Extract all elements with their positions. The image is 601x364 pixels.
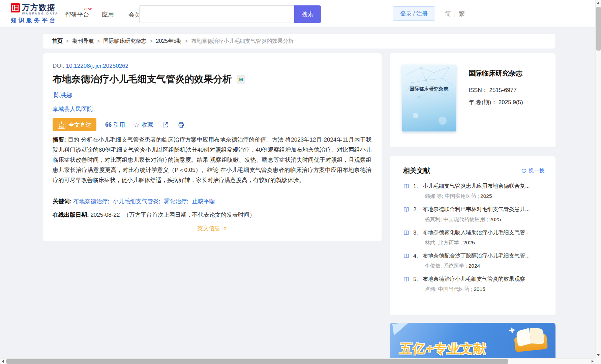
free-download-icon: free <box>58 121 65 129</box>
related-item-number: 5. <box>411 276 423 282</box>
vertical-scrollbar[interactable] <box>595 0 601 358</box>
doi-link[interactable]: 10.12208/j.ijcr.20250262 <box>66 63 128 69</box>
breadcrumb: 首页 > 期刊导航 > 国际临床研究杂志 > 2025年5期 > 布地奈德治疗小… <box>43 34 555 49</box>
keyword-separator: ; <box>159 198 160 205</box>
article-actions: free 全文直达 66 引用 ☆ 收藏 <box>53 118 185 131</box>
doi-label: DOI: <box>53 63 64 69</box>
issn-value: 2515-6977 <box>489 87 516 93</box>
brand-name-cn: 万方数据 <box>22 3 58 11</box>
keyword-link[interactable]: 小儿毛细支气管炎 <box>113 198 159 205</box>
scroll-up-arrow[interactable] <box>597 2 600 4</box>
related-item-meta: 杨其利; 中国现代药物应用 ;2025 <box>403 216 547 223</box>
breadcrumb-journal[interactable]: 国际临床研究杂志 <box>103 38 146 45</box>
book-icon <box>403 183 411 189</box>
related-item-meta: 林武; 北方药学 ;2025 <box>403 239 547 246</box>
related-item-title[interactable]: 布地奈德雾化吸入辅助治疗小儿毛细支气管... <box>423 229 530 236</box>
network-pattern <box>402 65 456 131</box>
keyword-link[interactable]: 止咳平喘 <box>192 198 215 205</box>
keyword-separator: ; <box>108 198 109 205</box>
journal-cover-title: 国际临床研究杂志 <box>402 86 456 92</box>
refresh-related-button[interactable]: 换一换 <box>521 167 545 174</box>
horizontal-scroll-thumb[interactable] <box>6 359 508 364</box>
print-button[interactable] <box>178 121 185 128</box>
quote-icon: 66 <box>105 121 112 128</box>
share-button[interactable] <box>162 121 169 128</box>
fulltext-button[interactable]: free 全文直达 <box>53 118 96 131</box>
book-icon <box>403 276 411 282</box>
related-item: 5. 布地奈德治疗小儿毛细支气管炎的效果观察 卢炜; 中国当代医药 ;2015 <box>403 275 547 293</box>
breadcrumb-issue[interactable]: 2025年5期 <box>156 38 182 45</box>
search-input[interactable] <box>139 5 294 23</box>
related-item: 3. 布地奈德雾化吸入辅助治疗小儿毛细支气管... 林武; 北方药学 ;2025 <box>403 228 547 246</box>
related-articles-card: 相关文献 换一换 1. 小儿毛细支气管炎患儿应用布地奈德联合复... 韩娜 等;… <box>390 156 555 315</box>
affiliation-link[interactable]: 阜城县人民医院 <box>53 105 93 113</box>
nav-item-zhiyan[interactable]: 智研平台 <box>65 10 89 19</box>
nav-item-apps[interactable]: 应用 <box>102 10 114 19</box>
online-date-note: （万方平台首次上网日期，不代表论文的发表时间） <box>123 212 255 218</box>
breadcrumb-home[interactable]: 首页 <box>52 38 63 45</box>
lang-divider: | <box>454 10 456 18</box>
issn-label: ISSN： <box>469 87 488 93</box>
journal-title[interactable]: 国际临床研究杂志 <box>469 69 522 78</box>
journal-cover[interactable]: 国际临床研究杂志 <box>402 65 456 131</box>
lang-simplified[interactable]: 简 <box>445 10 451 18</box>
breadcrumb-separator: > <box>185 38 188 44</box>
open-book-graphic <box>513 325 548 354</box>
horizontal-scrollbar[interactable] <box>0 358 595 364</box>
search-button[interactable]: 搜索 <box>294 5 321 23</box>
new-badge: new <box>84 6 92 11</box>
related-item-number: 4. <box>411 253 423 259</box>
related-item-title[interactable]: 布地奈德治疗小儿毛细支气管炎的效果观察 <box>423 276 525 283</box>
abstract-text: 目的 分析在小儿毛细支气管炎患者的临床治疗方案中应用布地奈德治疗的价值。方法 将… <box>53 136 371 183</box>
login-register-button[interactable]: 登录 / 注册 <box>393 6 435 21</box>
related-item-meta: 韩娜 等; 中国实用医药 ;2025 <box>403 193 547 200</box>
related-item-meta: 卢炜; 中国当代医药 ;2015 <box>403 286 547 293</box>
scroll-right-arrow[interactable] <box>592 360 594 363</box>
metrics-badge[interactable]: M <box>237 75 245 84</box>
breadcrumb-separator: > <box>66 38 69 44</box>
abstract-label: 摘要: <box>53 136 66 143</box>
double-chevron-down-icon <box>222 226 228 231</box>
scroll-down-arrow[interactable] <box>597 354 600 356</box>
scroll-left-arrow[interactable] <box>2 360 4 363</box>
online-date-label: 在线出版日期: <box>53 212 89 218</box>
cite-button[interactable]: 66 引用 <box>105 121 125 129</box>
language-switch: 简 | 繁 <box>445 10 465 18</box>
related-item-title[interactable]: 小儿毛细支气管炎患儿应用布地奈德联合复... <box>423 183 530 190</box>
keywords-row: 关键词: 布地奈德治疗; 小儿毛细支气管炎; 雾化治疗; 止咳平喘 <box>53 198 215 205</box>
keywords-label: 关键词: <box>53 198 72 205</box>
promo-banner[interactable]: 五亿+专业文献 <box>390 323 555 364</box>
journal-volume: 年,卷(期)： 2025,9(5) <box>469 98 523 106</box>
brand-name-en: WANFANG DATA <box>22 12 58 15</box>
keyword-link[interactable]: 布地奈德治疗 <box>73 198 108 205</box>
wanfang-logo[interactable]: 万方数据 WANFANG DATA 知识服务平台 <box>11 3 58 24</box>
favorite-button[interactable]: ☆ 收藏 <box>134 121 153 129</box>
author-link[interactable]: 陈洪娜 <box>54 91 72 99</box>
keyword-separator: ; <box>187 198 188 205</box>
book-icon <box>403 206 411 213</box>
breadcrumb-current: 布地奈德治疗小儿毛细支气管炎的效果分析 <box>191 38 294 45</box>
related-item-title[interactable]: 布地奈德配合沙丁胺醇治疗小儿毛细支气管... <box>423 252 530 260</box>
related-item: 2. 布地奈德联合利巴韦林对毛细支气管炎患儿... 杨其利; 中国现代药物应用 … <box>403 205 547 223</box>
english-info-toggle[interactable]: 英文信息 <box>43 224 382 232</box>
brand-tagline: 知识服务平台 <box>11 17 58 24</box>
printer-icon <box>178 121 185 128</box>
vertical-scroll-thumb[interactable] <box>596 7 601 51</box>
breadcrumb-separator: > <box>97 38 100 44</box>
wanfang-logo-icon <box>11 3 20 14</box>
article-detail-card: DOI: 10.12208/j.ijcr.20250262 布地奈德治疗小儿毛细… <box>43 53 382 241</box>
breadcrumb-journal-nav[interactable]: 期刊导航 <box>72 38 94 45</box>
lang-traditional[interactable]: 繁 <box>459 10 465 18</box>
keyword-link[interactable]: 雾化治疗 <box>164 198 187 205</box>
star-icon: ☆ <box>134 121 140 129</box>
share-icon <box>162 121 169 128</box>
nav-item-member[interactable]: 会员 <box>128 10 141 19</box>
sparkle-icon <box>509 327 515 333</box>
related-item-title[interactable]: 布地奈德联合利巴韦林对毛细支气管炎患儿... <box>423 206 530 213</box>
online-date-row: 在线出版日期: 2025-08-22 （万方平台首次上网日期，不代表论文的发表时… <box>53 211 255 219</box>
abstract: 摘要: 目的 分析在小儿毛细支气管炎患者的临床治疗方案中应用布地奈德治疗的价值。… <box>53 135 371 185</box>
online-date-value: 2025-08-22 <box>90 212 120 218</box>
related-item-number: 1. <box>411 183 423 189</box>
refresh-icon <box>521 168 527 174</box>
doi-line: DOI: 10.12208/j.ijcr.20250262 <box>53 63 128 69</box>
